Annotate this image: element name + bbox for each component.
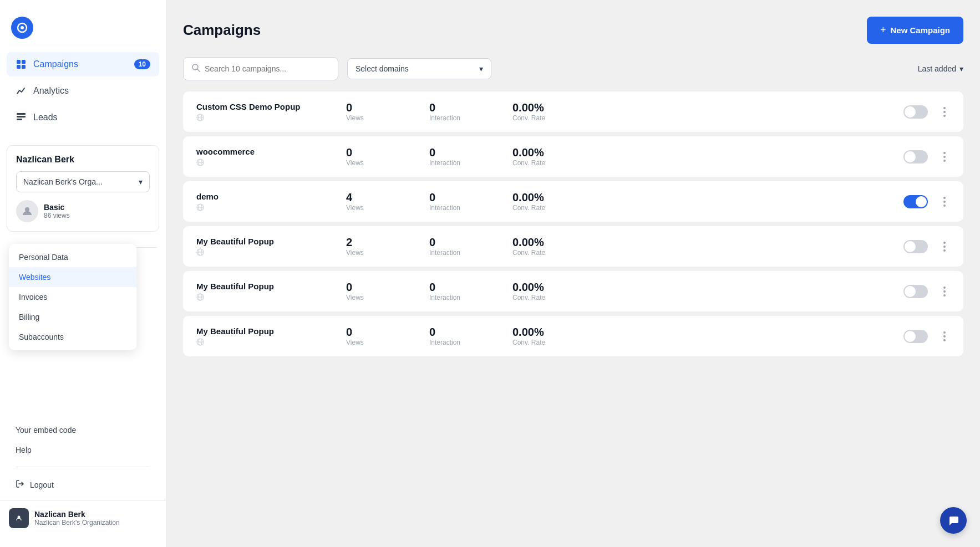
- campaigns-badge: 10: [134, 59, 150, 69]
- campaigns-label: Campaigns: [33, 59, 78, 69]
- more-dot: [943, 246, 946, 248]
- campaign-name-section: My Beautiful Popup: [196, 237, 318, 256]
- help-link[interactable]: Help: [7, 440, 159, 460]
- toggle-knob: [905, 241, 916, 252]
- svg-rect-6: [17, 113, 26, 115]
- sort-button[interactable]: Last added ▾: [918, 64, 963, 73]
- more-dot: [943, 115, 946, 117]
- more-dot: [943, 290, 946, 293]
- sort-chevron-icon: ▾: [959, 64, 963, 73]
- stat-views: 0 Views: [346, 281, 402, 301]
- interaction-value: 0: [429, 191, 485, 204]
- stat-interaction: 0 Interaction: [429, 101, 485, 122]
- campaign-row: demo 4 Views 0 Interaction 0.00% Conv. R…: [183, 181, 963, 222]
- stat-conv-rate: 0.00% Conv. Rate: [512, 191, 568, 212]
- new-campaign-button[interactable]: + New Campaign: [867, 17, 963, 44]
- campaign-toggle[interactable]: [903, 285, 928, 298]
- svg-rect-4: [17, 65, 21, 69]
- menu-item-billing[interactable]: Billing: [9, 307, 136, 327]
- chat-button[interactable]: [940, 507, 967, 534]
- more-dot: [943, 205, 946, 207]
- campaigns-icon: [16, 59, 27, 70]
- interaction-value: 0: [429, 146, 485, 159]
- stat-interaction: 0 Interaction: [429, 281, 485, 301]
- stat-views: 4 Views: [346, 191, 402, 212]
- sort-label: Last added: [918, 64, 956, 73]
- user-avatar: [9, 508, 29, 528]
- plan-name: Basic: [44, 203, 70, 212]
- toggle-knob: [905, 286, 916, 297]
- interaction-label: Interaction: [429, 204, 485, 212]
- campaign-more-button[interactable]: [939, 239, 950, 254]
- conv-rate-label: Conv. Rate: [512, 339, 568, 346]
- stat-interaction: 0 Interaction: [429, 191, 485, 212]
- plus-icon: +: [880, 24, 886, 36]
- campaign-toggle[interactable]: [903, 240, 928, 253]
- embed-code-label: Your embed code: [16, 426, 76, 434]
- menu-item-subaccounts[interactable]: Subaccounts: [9, 327, 136, 347]
- campaign-name-section: demo: [196, 192, 318, 211]
- more-dot: [943, 249, 946, 252]
- svg-line-13: [197, 69, 200, 71]
- campaign-more-button[interactable]: [939, 284, 950, 299]
- domain-select-value: Select domains: [356, 64, 409, 73]
- more-dot: [943, 242, 946, 244]
- more-dot: [943, 201, 946, 203]
- sidebar-item-analytics[interactable]: Analytics: [7, 79, 159, 103]
- sidebar-item-campaigns[interactable]: Campaigns 10: [7, 52, 159, 76]
- more-dot: [943, 331, 946, 334]
- menu-item-personal-data[interactable]: Personal Data: [9, 247, 136, 267]
- user-name: Nazlican Berk: [34, 510, 120, 519]
- logout-label: Logout: [30, 480, 54, 489]
- leads-label: Leads: [33, 113, 58, 122]
- views-label: Views: [346, 339, 402, 346]
- stat-interaction: 0 Interaction: [429, 236, 485, 257]
- search-icon: [191, 63, 200, 74]
- search-box[interactable]: [183, 57, 338, 80]
- menu-item-websites[interactable]: Websites: [9, 267, 136, 287]
- plan-views: 86 views: [44, 212, 70, 219]
- search-input[interactable]: [205, 64, 330, 73]
- stat-conv-rate: 0.00% Conv. Rate: [512, 326, 568, 346]
- profile-section: Nazlican Berk Nazlican Berk's Orga... ▾ …: [7, 145, 159, 232]
- toggle-knob: [905, 151, 916, 162]
- campaign-domain: [196, 338, 318, 346]
- views-value: 0: [346, 326, 402, 339]
- more-dot: [943, 160, 946, 162]
- views-value: 2: [346, 236, 402, 249]
- campaign-name-section: Custom CSS Demo Popup: [196, 102, 318, 121]
- campaign-more-button[interactable]: [939, 195, 950, 209]
- plan-details: Basic 86 views: [44, 203, 70, 219]
- interaction-value: 0: [429, 236, 485, 249]
- views-value: 0: [346, 281, 402, 294]
- interaction-value: 0: [429, 326, 485, 339]
- campaign-more-button[interactable]: [939, 329, 950, 344]
- campaign-name: My Beautiful Popup: [196, 237, 318, 246]
- stat-views: 0 Views: [346, 146, 402, 167]
- campaign-toggle[interactable]: [903, 330, 928, 343]
- new-campaign-label: New Campaign: [890, 25, 950, 35]
- campaign-toggle[interactable]: [903, 195, 928, 208]
- main-header: Campaigns + New Campaign: [183, 17, 963, 44]
- stat-conv-rate: 0.00% Conv. Rate: [512, 101, 568, 122]
- leads-icon: [16, 112, 27, 123]
- analytics-icon: [16, 85, 27, 96]
- sidebar-item-leads[interactable]: Leads: [7, 105, 159, 130]
- embed-code-link[interactable]: Your embed code: [7, 420, 159, 440]
- filters-row: Select domains ▾ Last added ▾: [183, 57, 963, 80]
- views-label: Views: [346, 114, 402, 122]
- campaign-name-section: My Beautiful Popup: [196, 326, 318, 346]
- domain-select[interactable]: Select domains ▾: [347, 58, 491, 79]
- campaign-more-button[interactable]: [939, 150, 950, 164]
- menu-item-invoices[interactable]: Invoices: [9, 287, 136, 307]
- campaign-toggle[interactable]: [903, 150, 928, 163]
- campaign-more-button[interactable]: [939, 105, 950, 119]
- more-dot: [943, 294, 946, 296]
- interaction-label: Interaction: [429, 159, 485, 167]
- svg-rect-5: [22, 65, 26, 69]
- campaign-domain: [196, 203, 318, 211]
- campaign-toggle[interactable]: [903, 105, 928, 119]
- org-dropdown[interactable]: Nazlican Berk's Orga... ▾: [16, 171, 150, 192]
- user-org: Nazlican Berk's Organization: [34, 519, 120, 526]
- logout-button[interactable]: Logout: [7, 474, 159, 495]
